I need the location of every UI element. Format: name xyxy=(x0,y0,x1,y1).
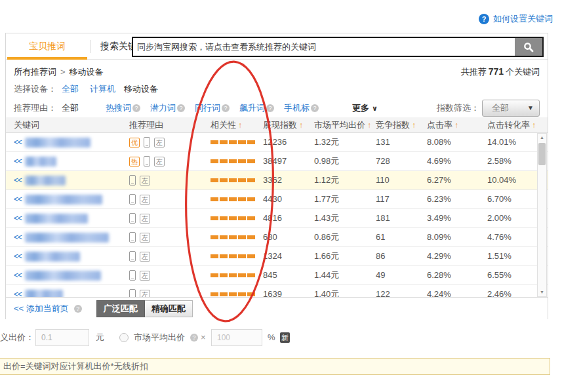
relevance-bar-segment xyxy=(247,273,255,277)
add-keyword-control[interactable]: << xyxy=(14,247,22,265)
add-keyword-control[interactable]: << xyxy=(14,171,22,189)
left-position-badge: 左 xyxy=(154,138,165,147)
market-price-help-icon[interactable]: ? xyxy=(190,334,198,342)
cvr-cell: 6.70% xyxy=(487,190,512,208)
filter-help-icon[interactable]: ? xyxy=(132,104,140,112)
bid-unit-label: 元 xyxy=(96,328,104,347)
table-row[interactable]: << 热左 38497 0.98元 728 4.69% 2.58% xyxy=(6,152,548,171)
percent-input[interactable] xyxy=(211,329,262,346)
exact-match-button[interactable]: 精确匹配 xyxy=(145,300,193,317)
filter-help-icon[interactable]: ? xyxy=(266,104,274,112)
sort-asc-icon: ↑ xyxy=(367,121,371,130)
search-input[interactable] xyxy=(133,38,515,56)
tab-product-keywords[interactable]: 宝贝推词 xyxy=(7,33,87,60)
table-row[interactable]: << 左 680 0.86元 61 8.09% 4.76% xyxy=(6,228,548,247)
reason-option-label: 同行词 xyxy=(195,102,220,114)
table-scrollbar[interactable]: ▲ ▼ xyxy=(537,133,547,297)
market-price-radio[interactable] xyxy=(119,333,129,342)
how-to-set-keywords-link[interactable]: ? 如何设置关键词 xyxy=(479,13,553,25)
add-current-page-link[interactable]: << 添加当前页 xyxy=(14,303,69,315)
breadcrumb-root[interactable]: 所有推荐词 xyxy=(14,67,56,77)
relevance-bar-segment xyxy=(220,197,228,201)
reason-badges-cell: 热左 xyxy=(129,152,165,170)
column-header-6[interactable]: 竞争指数↑ xyxy=(376,117,416,133)
keyword-cell: << xyxy=(14,152,56,170)
device-option-3[interactable]: 移动设备 xyxy=(124,84,158,94)
reason-option-1[interactable]: 全部 xyxy=(62,102,79,114)
relevance-bar-segment xyxy=(229,178,237,182)
column-header-3[interactable]: 相关性↑ xyxy=(211,117,242,133)
scroll-up-icon[interactable]: ▲ xyxy=(538,134,546,142)
impression-index-cell: 3362 xyxy=(263,171,282,189)
table-row[interactable]: << 左 4430 1.77元 117 6.23% 6.70% xyxy=(6,190,548,209)
add-help-icon[interactable]: ? xyxy=(74,305,82,313)
blurred-keyword xyxy=(25,271,101,281)
reason-filter-label: 推荐理由： xyxy=(14,102,56,114)
reason-option-label: 潜力词 xyxy=(150,102,176,114)
ctr-cell: 4.24% xyxy=(427,285,451,297)
relevance-bar-segment xyxy=(220,159,228,163)
reason-badges-cell: 左 xyxy=(129,228,150,246)
relevance-bars xyxy=(211,285,255,297)
keyword-count-summary: 共推荐771个关键词 xyxy=(461,66,540,78)
mobile-phone-icon xyxy=(129,175,136,186)
add-keyword-control[interactable]: << xyxy=(14,285,22,297)
add-keyword-control[interactable]: << xyxy=(14,228,22,246)
relevance-bars xyxy=(211,133,255,151)
ctr-cell: 4.69% xyxy=(427,152,451,170)
competition-index-cell: 86 xyxy=(376,247,385,265)
search-button[interactable] xyxy=(515,38,542,56)
filter-help-icon[interactable]: ? xyxy=(222,104,230,112)
table-row[interactable]: << 优左 12236 1.32元 131 8.08% 14.01% xyxy=(6,133,548,152)
add-keyword-control[interactable]: << xyxy=(14,266,22,284)
ctr-cell: 8.08% xyxy=(427,133,451,151)
column-header-4[interactable]: 展现指数↑ xyxy=(263,117,303,133)
reason-option-5[interactable]: 飙升词? xyxy=(239,102,274,114)
column-header-5[interactable]: 市场平均出价↑ xyxy=(314,117,371,133)
add-keyword-control[interactable]: << xyxy=(14,209,22,227)
competition-index-cell: 61 xyxy=(376,228,385,246)
table-row[interactable]: << 左 3362 1.12元 110 6.27% 10.04% xyxy=(6,171,548,190)
filter-help-icon[interactable]: ? xyxy=(177,104,185,112)
market-price-label: 市场平均出价 xyxy=(134,328,185,347)
reason-option-6[interactable]: 手机标? xyxy=(284,102,319,114)
blurred-keyword xyxy=(25,290,63,298)
device-options: 全部计算机移动设备 xyxy=(62,83,158,95)
device-option-1[interactable]: 全部 xyxy=(62,84,79,94)
cvr-cell: 4.76% xyxy=(487,228,512,246)
table-row[interactable]: << 左 1639 1.40元 122 4.24% 2.46% xyxy=(6,285,548,297)
scrollbar-thumb[interactable] xyxy=(538,143,546,165)
reason-option-2[interactable]: 热搜词? xyxy=(106,102,140,114)
impression-index-cell: 4816 xyxy=(263,209,282,227)
more-filters-link[interactable]: 更多∨ xyxy=(352,102,378,114)
keyword-cell: << xyxy=(14,190,102,208)
relevance-bar-segment xyxy=(247,216,255,220)
chevron-down-icon: ∨ xyxy=(372,104,378,112)
add-keyword-control[interactable]: << xyxy=(14,152,22,170)
avg-price-cell: 1.66元 xyxy=(314,247,339,265)
avg-price-cell: 1.44元 xyxy=(314,266,339,284)
device-option-2[interactable]: 计算机 xyxy=(90,84,115,94)
competition-index-cell: 131 xyxy=(376,133,390,151)
filter-help-icon[interactable]: ? xyxy=(311,104,319,112)
add-keyword-control[interactable]: << xyxy=(14,133,22,151)
index-filter-dropdown[interactable]: 全部 ▼ xyxy=(482,100,540,117)
column-header-8[interactable]: 点击转化率↑ xyxy=(487,117,536,133)
table-row[interactable]: << 左 845 1.44元 49 6.28% 6.55% xyxy=(6,266,548,285)
table-row[interactable]: << 左 4816 1.43元 181 3.49% 2.00% xyxy=(6,209,548,228)
reason-option-3[interactable]: 潜力词? xyxy=(150,102,185,114)
add-keyword-control[interactable]: << xyxy=(14,190,22,208)
table-row[interactable]: << 左 1324 1.66元 86 4.29% 1.51% xyxy=(6,247,548,266)
custom-bid-input[interactable] xyxy=(35,329,89,346)
reason-option-label: 热搜词 xyxy=(106,102,131,114)
index-filter-group: 指数筛选： 全部 ▼ xyxy=(437,100,540,117)
relevance-bars xyxy=(211,266,255,284)
relevance-bar-segment xyxy=(247,197,255,201)
sort-asc-icon: ↑ xyxy=(238,121,242,130)
scroll-down-icon[interactable]: ▼ xyxy=(538,288,546,296)
broad-match-button[interactable]: 广泛匹配 xyxy=(96,300,145,317)
column-header-7[interactable]: 点击率↑ xyxy=(427,117,458,133)
custom-bid-label: 义出价： xyxy=(0,328,34,347)
reason-option-4[interactable]: 同行词? xyxy=(195,102,230,114)
relevance-bar-segment xyxy=(211,273,218,277)
